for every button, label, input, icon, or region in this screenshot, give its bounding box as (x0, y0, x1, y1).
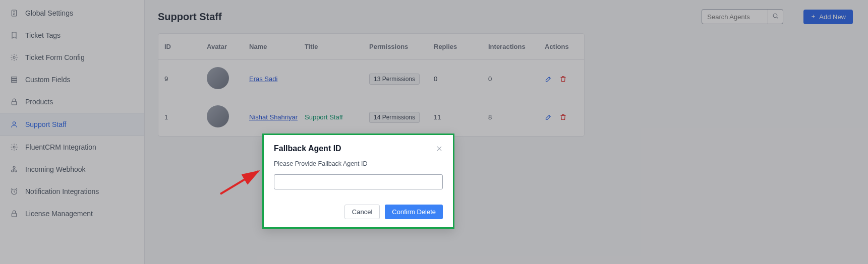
modal-title: Fallback Agent ID (274, 144, 341, 153)
confirm-delete-button[interactable]: Confirm Delete (385, 205, 443, 219)
close-icon[interactable] (436, 145, 443, 152)
modal-label: Please Provide Fallback Agent ID (274, 160, 443, 167)
fallback-agent-id-input[interactable] (274, 174, 443, 189)
cancel-button[interactable]: Cancel (344, 205, 380, 219)
fallback-agent-modal: Fallback Agent ID Please Provide Fallbac… (262, 134, 454, 229)
